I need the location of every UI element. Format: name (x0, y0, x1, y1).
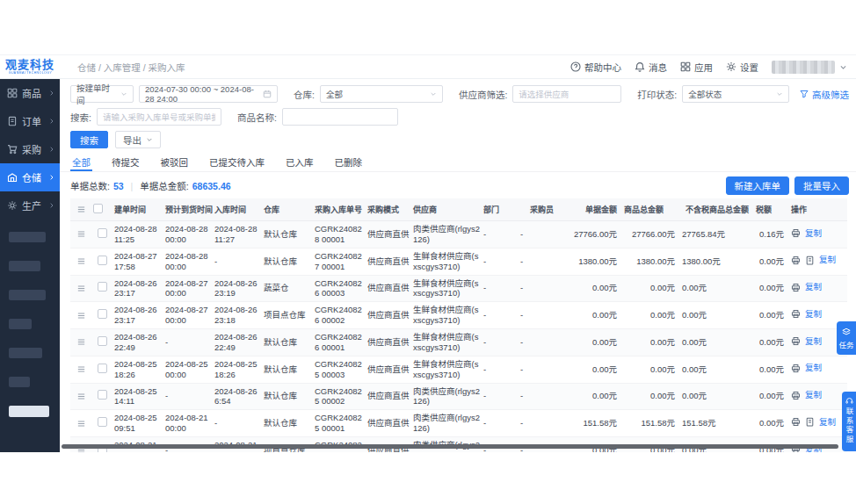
sidebar-item-purchasing[interactable]: 采购 (0, 135, 60, 163)
task-panel-button[interactable]: 任务 (837, 321, 856, 355)
cell-buyer: - (519, 221, 559, 248)
row-checkbox[interactable] (98, 309, 107, 319)
copy-link[interactable]: 复制 (805, 309, 822, 320)
row-checkbox[interactable] (98, 228, 107, 238)
export-button[interactable]: 导出 (115, 131, 161, 148)
top-header: 观麦科技 GUANMAI TECHNOLOGY 仓储 / 入库管理 / 采购入库… (0, 54, 856, 79)
print-status-select[interactable]: 全部状态 (682, 85, 789, 103)
row-checkbox[interactable] (98, 364, 107, 373)
column-header[interactable]: 税额 (754, 198, 789, 221)
sidebar-item-orders[interactable]: 订单 (0, 107, 60, 135)
print-icon[interactable] (791, 309, 801, 319)
messages-button[interactable]: 消息 (635, 61, 667, 74)
order-number-link[interactable]: CGRK240827 00001 (313, 248, 366, 275)
drag-handle-icon[interactable] (76, 311, 86, 320)
batch-import-button[interactable]: 批量导入 (794, 176, 849, 195)
supplier-filter-input[interactable] (512, 85, 621, 103)
drag-handle-icon[interactable] (76, 364, 86, 374)
customer-service-button[interactable]: 联系客服 (842, 392, 856, 451)
chevron-right-icon (48, 174, 55, 181)
status-tab[interactable]: 已提交待入库 (207, 154, 266, 171)
search-input[interactable] (97, 108, 221, 126)
warehouse-select[interactable]: 全部 (320, 85, 443, 103)
row-checkbox[interactable] (98, 336, 107, 346)
drag-handle-icon[interactable] (76, 392, 86, 401)
sidebar-item-warehouse[interactable]: 仓储 (0, 163, 60, 191)
advanced-filter-link[interactable]: 高级筛选 (800, 88, 849, 101)
column-header[interactable]: 建单时间 (112, 198, 163, 221)
cell-purchase-mode: 供应商直供 (366, 329, 411, 356)
date-type-select[interactable]: 按建单时间 (70, 85, 134, 103)
order-number-link[interactable]: CGRK240825 00003 (313, 356, 366, 383)
copy-link[interactable]: 复制 (805, 282, 822, 292)
apps-button[interactable]: 应用 (680, 61, 713, 74)
product-name-input[interactable] (282, 108, 398, 126)
order-number-link[interactable]: CGRK240828 00001 (313, 221, 366, 248)
sidebar-item-production[interactable]: 生产 (0, 191, 60, 220)
settings-button[interactable]: 设置 (726, 61, 758, 74)
copy-link[interactable]: 复制 (819, 255, 836, 265)
copy-link[interactable]: 复制 (805, 390, 822, 400)
column-header[interactable]: 部门 (482, 198, 519, 221)
column-header[interactable]: 商品总金额 (622, 198, 680, 221)
column-header[interactable]: 采购模式 (366, 198, 411, 221)
drag-handle-icon[interactable] (76, 284, 86, 293)
copy-link[interactable]: 复制 (819, 417, 836, 428)
cell-warehouse: 默认仓库 (262, 248, 313, 275)
column-header[interactable]: 入库时间 (213, 198, 262, 221)
drag-handle-icon[interactable] (76, 337, 86, 347)
user-menu[interactable] (772, 61, 847, 74)
gear-icon (726, 61, 736, 72)
status-tab[interactable]: 已删除 (333, 154, 365, 171)
copy-link[interactable]: 复制 (805, 363, 822, 373)
search-button[interactable]: 搜索 (70, 131, 108, 148)
horizontal-scrollbar[interactable] (62, 444, 838, 449)
column-header[interactable]: 预计到货时间 (163, 198, 213, 221)
status-tab[interactable]: 待提交 (110, 154, 141, 171)
help-center-button[interactable]: 帮助中心 (570, 61, 621, 74)
order-number-link[interactable]: CGRK240826 00002 (313, 302, 366, 329)
select-all-checkbox[interactable] (93, 204, 103, 213)
order-number-link[interactable]: CGRK240826 00003 (313, 275, 366, 302)
date-range-input[interactable]: 2024-07-30 00:00 ~ 2024-08-28 24:00 (139, 85, 278, 103)
column-settings-icon[interactable] (76, 205, 86, 214)
print-icon[interactable] (791, 417, 801, 427)
copy-link[interactable]: 复制 (805, 336, 822, 347)
print-icon[interactable] (791, 283, 801, 292)
column-header[interactable]: 单据金额 (559, 198, 622, 221)
order-number-link[interactable]: CGRK240825 00001 (313, 410, 366, 437)
row-checkbox[interactable] (98, 282, 107, 292)
row-checkbox[interactable] (98, 390, 107, 400)
row-checkbox[interactable] (98, 417, 107, 427)
status-tab[interactable]: 被驳回 (159, 154, 191, 171)
brand-logo[interactable]: 观麦科技 GUANMAI TECHNOLOGY (0, 59, 60, 76)
drag-handle-icon[interactable] (76, 419, 86, 428)
column-header[interactable]: 采购入库单号 (313, 198, 366, 221)
order-number-link[interactable]: CGRK240826 00001 (313, 329, 366, 356)
drag-handle-icon[interactable] (76, 229, 86, 239)
cell-tax: 0.00元 (754, 275, 789, 302)
copy-link[interactable]: 复制 (805, 228, 822, 239)
drag-handle-icon[interactable] (76, 256, 86, 266)
column-header[interactable]: 供应商 (411, 198, 482, 221)
row-checkbox[interactable] (98, 256, 107, 265)
status-tab[interactable]: 已入库 (284, 154, 316, 171)
print-icon[interactable] (791, 364, 801, 373)
column-header[interactable]: 不含税商品总金额 (680, 198, 754, 221)
document-icon[interactable] (805, 256, 815, 265)
order-number-link[interactable]: CGRK240825 00002 (313, 383, 366, 410)
column-header[interactable]: 操作 (789, 198, 847, 221)
table-row: 2024-08-26 23:17 2024-08-27 00:00 2024-0… (70, 275, 847, 302)
new-inbound-button[interactable]: 新建入库单 (726, 176, 790, 195)
document-icon[interactable] (805, 417, 815, 427)
status-tab[interactable]: 全部 (70, 154, 92, 171)
print-icon[interactable] (791, 336, 801, 346)
column-header[interactable]: 仓库 (262, 198, 313, 221)
print-icon[interactable] (791, 391, 801, 400)
print-icon[interactable] (791, 256, 801, 265)
print-icon[interactable] (791, 228, 801, 238)
cell-supplier: 肉类供应商(rlgys2126) (411, 410, 482, 437)
column-header[interactable]: 采购员 (519, 198, 559, 221)
sidebar-item-products[interactable]: 商品 (0, 79, 60, 107)
cell-supplier: 生鲜食材供应商(sxscgys3710) (411, 248, 482, 275)
